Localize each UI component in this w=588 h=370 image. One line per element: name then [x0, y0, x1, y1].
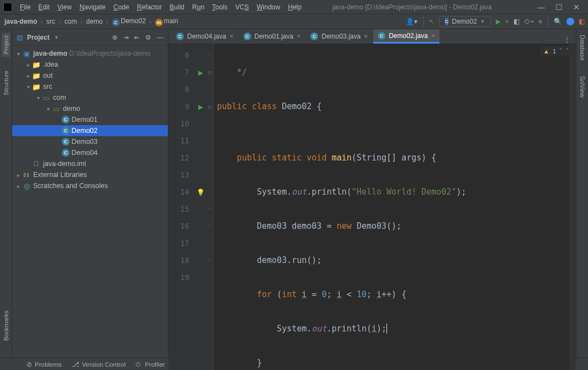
editor-tab-demo02[interactable]: C Demo02.java ×	[373, 29, 439, 44]
menu-vcs[interactable]: VCS	[232, 2, 252, 12]
editor-tab-demo04[interactable]: C Demo04.java ×	[172, 29, 238, 44]
tree-iml[interactable]: 🗋 java-demo.iml	[12, 158, 168, 169]
menu-window[interactable]: Window	[253, 2, 284, 12]
chevron-right-icon[interactable]: ▸	[24, 62, 32, 68]
chevron-right-icon[interactable]: ▸	[14, 172, 22, 178]
tree-scratches[interactable]: ▸ ◎ Scratches and Consoles	[12, 180, 168, 191]
chevron-right-icon[interactable]: ▸	[14, 183, 22, 189]
editor-tab-demo01[interactable]: C Demo01.java ×	[239, 29, 305, 44]
project-panel-title[interactable]: Project	[27, 34, 50, 41]
search-icon[interactable]: 🔍	[554, 18, 562, 25]
user-icon[interactable]: 👤▾	[406, 18, 417, 25]
intention-bulb-icon[interactable]: 💡	[197, 189, 205, 196]
fold-end-icon[interactable]: ⌃	[206, 47, 213, 64]
tree-demo[interactable]: ▾ ▭ demo	[12, 103, 168, 114]
menu-run[interactable]: Run	[189, 2, 208, 12]
close-icon[interactable]: ×	[364, 33, 368, 40]
tree-com[interactable]: ▾ ▭ com	[12, 92, 168, 103]
profile-button[interactable]: ⏲▾	[524, 18, 534, 25]
class-icon: C	[378, 32, 385, 40]
tree-ext-lib[interactable]: ▸ ⫾⫾ External Libraries	[12, 169, 168, 180]
chevron-down-icon[interactable]: ▾	[34, 95, 42, 101]
fold-open-icon[interactable]: ⊟	[206, 98, 213, 115]
chevron-up-icon[interactable]: ˄	[559, 47, 563, 55]
fold-end-icon[interactable]: ⌃	[206, 252, 213, 269]
close-icon[interactable]: ×	[431, 32, 435, 40]
close-icon[interactable]: ×	[296, 33, 300, 40]
gear-icon[interactable]: ⚙	[145, 34, 151, 41]
code-content[interactable]: */ public class Demo02 { public static v…	[214, 44, 569, 370]
fold-end-icon[interactable]: ⌃	[206, 201, 213, 218]
tree-out[interactable]: ▸ 📁 out	[12, 70, 168, 81]
bc-class[interactable]: CDemo02	[111, 16, 147, 28]
chevron-down-icon[interactable]: ▼	[54, 35, 59, 40]
debug-button[interactable]: ⌖	[505, 18, 509, 25]
error-stripe[interactable]	[569, 44, 576, 370]
tool-tab-vcs[interactable]: ⎇Version Control	[72, 361, 126, 368]
menu-refactor[interactable]: Refactor	[134, 2, 165, 12]
build-icon[interactable]: ↖	[429, 18, 435, 25]
menu-help[interactable]: Help	[284, 2, 305, 12]
window-title: java-demo [D:\IdeaProjects\java-demo] - …	[332, 3, 492, 11]
maximize-button[interactable]: ☐	[555, 3, 563, 12]
tool-tab-bookmarks[interactable]: Bookmarks	[2, 308, 10, 344]
menu-navigate[interactable]: Navigate	[76, 2, 109, 12]
sync-icon[interactable]	[566, 18, 574, 25]
chevron-down-icon[interactable]: ▾	[44, 106, 52, 112]
tree-class-demo04[interactable]: C Demo04	[12, 147, 168, 158]
root-path: D:\IdeaProjects\java-demo	[69, 50, 150, 57]
bc-demo[interactable]: demo	[85, 17, 104, 26]
tree-idea[interactable]: ▸ 📁 .idea	[12, 59, 168, 70]
menu-file[interactable]: File	[17, 2, 34, 12]
menu-edit[interactable]: Edit	[35, 2, 53, 12]
tree-class-demo02[interactable]: C Demo02	[12, 125, 168, 136]
menu-code[interactable]: Code	[110, 2, 133, 12]
tool-tab-problems[interactable]: ⊘Problems	[27, 361, 62, 368]
tool-tab-sciview[interactable]: SciView	[579, 74, 586, 100]
minimize-button[interactable]: —	[537, 3, 545, 12]
menu-view[interactable]: View	[54, 2, 75, 12]
tree-root[interactable]: ▾ ▣ java-demo D:\IdeaProjects\java-demo	[12, 48, 168, 59]
run-button[interactable]: ▶	[496, 18, 501, 25]
ide-tools-icon[interactable]: ◧	[579, 18, 585, 25]
tool-tab-project[interactable]: Project	[2, 33, 10, 57]
folder-icon: 📁	[32, 60, 41, 69]
tree-class-demo03[interactable]: C Demo03	[12, 136, 168, 147]
run-gutter-icon[interactable]: ▶	[198, 103, 203, 111]
chevron-down-icon[interactable]: ▾	[24, 84, 32, 90]
select-opened-icon[interactable]: ⊕	[112, 34, 118, 41]
menu-tools[interactable]: Tools	[209, 2, 231, 12]
class-icon: C	[243, 33, 251, 40]
bc-project[interactable]: java-demo	[3, 17, 38, 26]
bc-com[interactable]: com	[63, 17, 78, 26]
hide-panel-icon[interactable]: —	[157, 34, 163, 41]
bc-src[interactable]: src	[45, 17, 56, 26]
navigation-bar: java-demo › src › com › demo › CDemo02 ›…	[0, 14, 588, 29]
close-button[interactable]: ✕	[573, 3, 580, 12]
chevron-right-icon[interactable]: ▸	[24, 73, 32, 79]
inspection-widget[interactable]: ▲ 1 ˄ ˅	[540, 46, 573, 56]
run-config-select[interactable]: C Demo02 ▼	[439, 16, 491, 27]
chevron-down-icon[interactable]: ˅	[566, 47, 569, 55]
collapse-icon[interactable]: ⇤	[134, 34, 140, 41]
coverage-button[interactable]: ◧	[513, 18, 520, 25]
editor-tab-demo03[interactable]: C Demo03.java ×	[306, 29, 372, 44]
chevron-down-icon[interactable]: ▾	[14, 51, 22, 57]
class-icon: C	[62, 127, 70, 135]
tab-options-icon[interactable]: ⋮	[558, 36, 576, 44]
bc-method[interactable]: mmain	[154, 16, 179, 28]
tool-tab-database[interactable]: Database	[579, 33, 586, 63]
fold-end-icon[interactable]: ⌃	[206, 218, 213, 235]
tree-class-demo01[interactable]: C Demo01	[12, 114, 168, 125]
tree-src[interactable]: ▾ 📁 src	[12, 81, 168, 92]
code-editor[interactable]: ▲ 1 ˄ ˅ 678910111213141516171819 ▶ ▶ 💡 ⌃…	[168, 44, 576, 370]
close-icon[interactable]: ×	[230, 33, 234, 40]
tool-tab-profiler[interactable]: ⏲Profiler	[135, 361, 165, 368]
stop-button[interactable]: ■	[538, 18, 542, 25]
run-gutter-icon[interactable]: ▶	[198, 69, 203, 77]
menu-build[interactable]: Build	[166, 2, 188, 12]
editor-area: C Demo04.java × C Demo01.java × C Demo03…	[168, 29, 576, 358]
fold-open-icon[interactable]: ⊟	[206, 64, 213, 81]
tool-tab-structure[interactable]: Structure	[2, 68, 10, 98]
expand-icon[interactable]: ⇥	[123, 34, 129, 41]
